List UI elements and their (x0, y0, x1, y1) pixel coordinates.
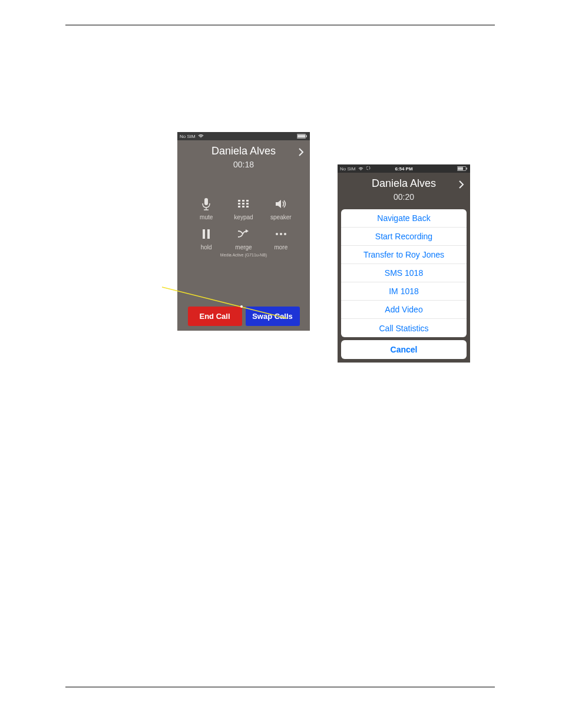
bottom-buttons: End Call Swap Calls (177, 307, 310, 326)
svg-rect-8 (246, 200, 249, 202)
merge-button[interactable]: merge (225, 226, 262, 251)
svg-rect-3 (204, 198, 208, 205)
swap-calls-button[interactable]: Swap Calls (246, 307, 300, 326)
action-add-video[interactable]: Add Video (341, 301, 467, 319)
action-navigate-back[interactable]: Navigate Back (341, 209, 467, 228)
hold-label: hold (201, 244, 212, 251)
svg-rect-15 (203, 229, 205, 239)
more-label: more (274, 244, 287, 251)
call-timer: 00:20 (338, 192, 470, 202)
action-cancel[interactable]: Cancel (341, 340, 467, 359)
status-bar: No SIM 6:54 PM (338, 164, 470, 173)
svg-rect-12 (238, 206, 240, 207)
pause-icon (197, 226, 215, 242)
page-rule-bottom (65, 687, 495, 687)
svg-rect-10 (242, 203, 244, 205)
mute-label: mute (200, 214, 213, 220)
keypad-label: keypad (234, 214, 253, 220)
wifi-icon (198, 134, 204, 139)
svg-rect-11 (246, 203, 249, 205)
speaker-label: speaker (270, 214, 292, 220)
merge-label: merge (235, 244, 252, 251)
speaker-icon (272, 196, 290, 212)
action-start-recording[interactable]: Start Recording (341, 228, 467, 246)
call-header: Daniela Alves (338, 173, 470, 190)
svg-rect-16 (207, 229, 210, 239)
call-screen-right: No SIM 6:54 PM Daniela Alves 00:20 End C… (338, 164, 470, 363)
call-controls: mute keypad speaker hold (188, 196, 300, 251)
svg-point-19 (284, 233, 286, 235)
chevron-right-icon[interactable] (298, 147, 304, 159)
speaker-button[interactable]: speaker (262, 196, 299, 220)
page-rule-top (65, 25, 495, 25)
mute-button[interactable]: mute (188, 196, 225, 220)
svg-rect-2 (306, 136, 308, 137)
svg-point-18 (280, 233, 282, 235)
carrier-text: No SIM (180, 134, 196, 139)
action-transfer[interactable]: Transfer to Roy Jones (341, 246, 467, 264)
action-sms[interactable]: SMS 1018 (341, 264, 467, 282)
merge-icon (234, 226, 252, 242)
svg-rect-7 (242, 200, 244, 202)
svg-point-17 (276, 233, 278, 235)
caller-name: Daniela Alves (338, 177, 470, 190)
microphone-icon (197, 196, 215, 212)
call-timer: 00:18 (177, 160, 310, 169)
battery-icon (297, 134, 308, 139)
more-icon (272, 226, 290, 242)
action-call-statistics[interactable]: Call Statistics (341, 319, 467, 337)
svg-rect-6 (238, 200, 240, 202)
more-button[interactable]: more (262, 226, 299, 251)
caller-name: Daniela Alves (177, 145, 310, 157)
hold-button[interactable]: hold (188, 226, 225, 251)
svg-rect-13 (242, 206, 244, 207)
call-screen-left: No SIM Daniela Alves 00:18 mute (177, 132, 310, 331)
status-bar: No SIM (177, 132, 310, 140)
media-status: Media Active (G711u-NB) (177, 253, 310, 257)
keypad-button[interactable]: keypad (225, 196, 262, 220)
svg-rect-9 (238, 203, 240, 205)
end-call-button[interactable]: End Call (188, 307, 242, 326)
call-header: Daniela Alves (177, 140, 310, 157)
svg-rect-1 (297, 135, 305, 138)
svg-rect-14 (246, 206, 249, 207)
action-sheet: Navigate Back Start Recording Transfer t… (341, 209, 467, 337)
status-time: 6:54 PM (338, 166, 470, 172)
keypad-icon (234, 196, 252, 212)
chevron-right-icon[interactable] (458, 180, 464, 192)
action-im[interactable]: IM 1018 (341, 282, 467, 301)
status-left: No SIM (180, 134, 204, 139)
